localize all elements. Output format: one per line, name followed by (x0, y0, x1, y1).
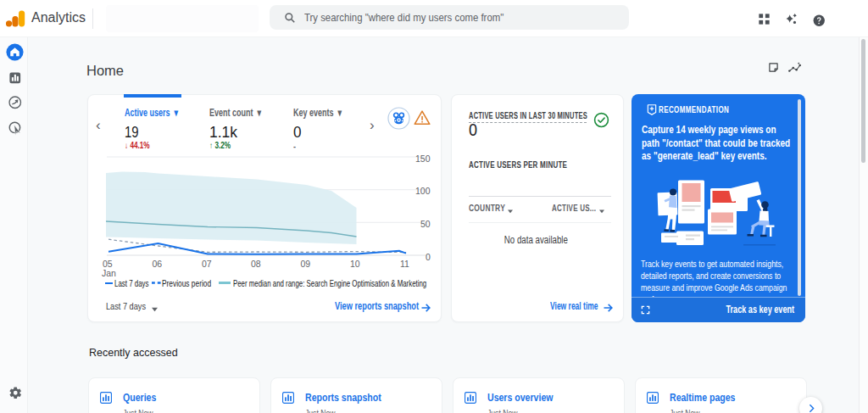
svg-text:100: 100 (415, 186, 431, 196)
svg-text:07: 07 (202, 259, 212, 269)
svg-text:11: 11 (400, 259, 409, 269)
svg-text:50: 50 (420, 219, 431, 229)
svg-text:150: 150 (415, 153, 431, 164)
svg-text:08: 08 (251, 259, 261, 269)
svg-text:06: 06 (153, 259, 163, 269)
svg-text:0: 0 (426, 252, 431, 262)
svg-text:10: 10 (350, 259, 360, 269)
svg-text:09: 09 (301, 259, 311, 269)
svg-text:Jan: Jan (102, 268, 116, 278)
